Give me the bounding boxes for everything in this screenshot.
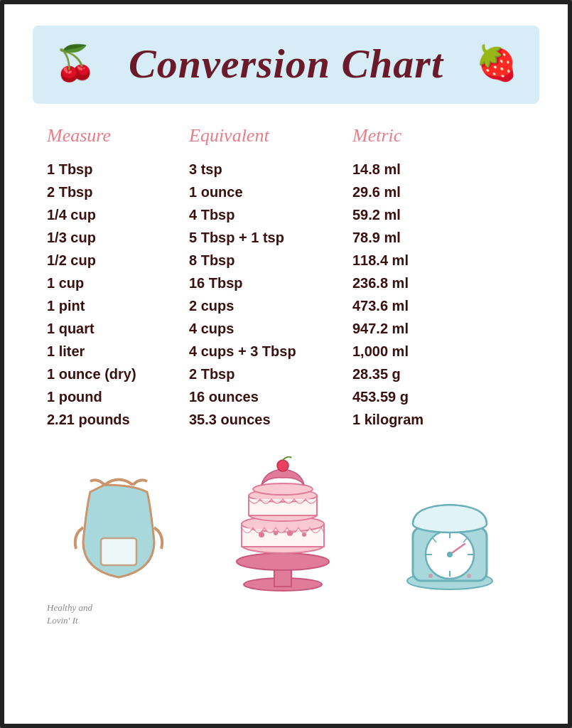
- measure-header: Measure: [47, 125, 189, 146]
- equivalent-column: Equivalent 3 tsp1 ounce4 Tbsp5 Tbsp + 1 …: [189, 125, 352, 435]
- table-row: 1 liter: [47, 344, 189, 358]
- table-row: 118.4 ml: [352, 253, 525, 267]
- table-row: 16 Tbsp: [189, 276, 352, 290]
- strawberry-icon: 🍓: [475, 46, 518, 80]
- table-row: 1 quart: [47, 321, 189, 336]
- svg-point-28: [428, 574, 433, 578]
- watermark-line1: Healthy and: [47, 601, 92, 614]
- watermark: Healthy and Lovin' It: [47, 601, 92, 627]
- conversion-table: Measure 1 Tbsp2 Tbsp1/4 cup1/3 cup1/2 cu…: [33, 125, 539, 435]
- table-row: 1/4 cup: [47, 208, 189, 222]
- page-title: Conversion Chart: [108, 40, 464, 87]
- svg-point-15: [277, 460, 288, 471]
- illustrations-area: [33, 456, 539, 592]
- table-row: 14.8 ml: [352, 162, 525, 176]
- table-row: 4 Tbsp: [189, 208, 352, 222]
- watermark-line2: Lovin' It: [47, 614, 92, 627]
- svg-rect-0: [101, 538, 136, 565]
- equivalent-header: Equivalent: [189, 125, 352, 146]
- table-row: 28.35 g: [352, 367, 525, 381]
- cake-illustration: [205, 456, 361, 592]
- scale-illustration: [390, 471, 511, 592]
- table-row: 1 ounce: [189, 185, 352, 199]
- svg-point-14: [302, 532, 306, 537]
- table-row: 1,000 ml: [352, 344, 525, 358]
- svg-point-3: [237, 553, 329, 570]
- metric-header: Metric: [352, 125, 525, 146]
- metric-column: Metric 14.8 ml29.6 ml59.2 ml78.9 ml118.4…: [352, 125, 525, 435]
- table-row: 29.6 ml: [352, 185, 525, 199]
- measure-column: Measure 1 Tbsp2 Tbsp1/4 cup1/3 cup1/2 cu…: [47, 125, 189, 435]
- svg-point-11: [259, 532, 264, 537]
- svg-point-26: [447, 552, 453, 557]
- table-row: 1 cup: [47, 276, 189, 290]
- table-row: 78.9 ml: [352, 230, 525, 245]
- table-row: 2 Tbsp: [189, 367, 352, 381]
- table-row: 5 Tbsp + 1 tsp: [189, 230, 352, 245]
- table-row: 2 cups: [189, 299, 352, 313]
- apron-illustration: [62, 471, 176, 592]
- header-banner: 🍒 Conversion Chart 🍓: [33, 26, 539, 104]
- table-row: 1/2 cup: [47, 253, 189, 267]
- table-row: 16 ounces: [189, 390, 352, 404]
- page: 🍒 Conversion Chart 🍓 Measure 1 Tbsp2 Tbs…: [0, 0, 572, 728]
- table-row: 453.59 g: [352, 390, 525, 404]
- cherry-icon: 🍒: [54, 46, 97, 80]
- table-row: 1 pint: [47, 299, 189, 313]
- table-row: 35.3 ounces: [189, 412, 352, 427]
- table-row: 2.21 pounds: [47, 412, 189, 427]
- svg-point-12: [274, 531, 278, 535]
- table-row: 947.2 ml: [352, 321, 525, 336]
- svg-point-29: [467, 574, 471, 578]
- table-row: 3 tsp: [189, 162, 352, 176]
- table-row: 1 Tbsp: [47, 162, 189, 176]
- table-row: 1 ounce (dry): [47, 367, 189, 381]
- table-row: 473.6 ml: [352, 299, 525, 313]
- table-row: 2 Tbsp: [47, 185, 189, 199]
- table-row: 4 cups: [189, 321, 352, 336]
- table-row: 236.8 ml: [352, 276, 525, 290]
- table-row: 4 cups + 3 Tbsp: [189, 344, 352, 358]
- table-row: 8 Tbsp: [189, 253, 352, 267]
- table-row: 1 kilogram: [352, 412, 525, 427]
- table-row: 59.2 ml: [352, 208, 525, 222]
- table-row: 1/3 cup: [47, 230, 189, 245]
- table-row: 1 pound: [47, 390, 189, 404]
- svg-point-13: [287, 530, 293, 536]
